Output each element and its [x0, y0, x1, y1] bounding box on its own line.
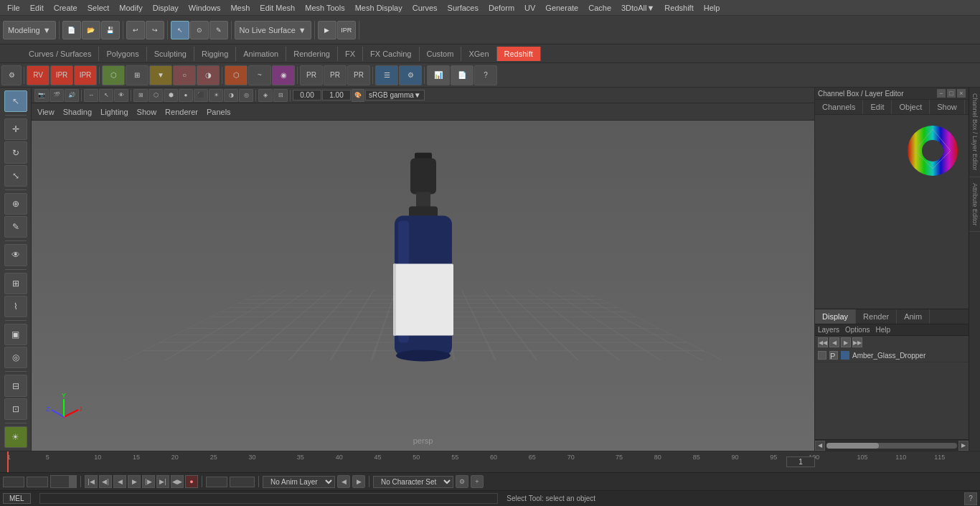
- grid-size-tool[interactable]: ⊟: [4, 375, 27, 396]
- play-forward-btn[interactable]: ▶: [128, 475, 141, 488]
- step-back-btn[interactable]: ◀|: [99, 475, 112, 488]
- step-forward-btn[interactable]: |▶: [142, 475, 155, 488]
- menu-create[interactable]: Create: [50, 2, 82, 14]
- mesh-icon4[interactable]: ○: [173, 65, 196, 85]
- menu-mesh[interactable]: Mesh: [226, 2, 254, 14]
- command-input[interactable]: [39, 493, 499, 504]
- vp-view-btn[interactable]: 👁: [114, 89, 128, 102]
- channel-box-tab-vertical[interactable]: Channel Box / Layer Editor: [969, 88, 980, 177]
- menu-edit[interactable]: Edit: [26, 2, 48, 14]
- no-anim-layer-dropdown[interactable]: No Anim Layer: [263, 476, 335, 488]
- redshift-icon2[interactable]: ~: [248, 65, 271, 85]
- cb-minimize-btn[interactable]: −: [937, 89, 946, 98]
- redshift-rv-btn[interactable]: RV: [27, 65, 50, 85]
- max-end-input[interactable]: 200: [230, 477, 255, 487]
- mesh-icon5[interactable]: ◑: [197, 65, 220, 85]
- skip-to-start-btn[interactable]: |◀: [85, 475, 98, 488]
- current-frame-input[interactable]: [786, 456, 815, 467]
- soft-select-tool[interactable]: ⊕: [4, 193, 27, 215]
- mesh-icon1[interactable]: ⬡: [102, 65, 125, 85]
- show-tab[interactable]: Show: [930, 100, 965, 114]
- char-set-settings-btn[interactable]: ⚙: [456, 475, 468, 488]
- shading-menu[interactable]: Shading: [63, 108, 92, 116]
- display-tab[interactable]: Display: [815, 309, 856, 324]
- menu-cache[interactable]: Cache: [584, 2, 616, 14]
- render-region-tool[interactable]: ▣: [4, 324, 27, 345]
- color-space-icon[interactable]: 🎨: [352, 89, 364, 102]
- tab-xgen[interactable]: XGen: [461, 47, 496, 61]
- redshift-ipr-btn[interactable]: IPR: [50, 65, 73, 85]
- scroll-track[interactable]: [826, 443, 957, 449]
- scripting-mode-btn[interactable]: MEL: [3, 493, 31, 504]
- redshift-icon1[interactable]: ⬡: [225, 65, 248, 85]
- undo-btn[interactable]: ↩: [126, 21, 145, 39]
- paint-tool[interactable]: ✎: [4, 216, 27, 238]
- pr-icon1[interactable]: PR: [300, 65, 323, 85]
- scroll-thumb[interactable]: [826, 443, 879, 449]
- render-btn[interactable]: ▶: [318, 21, 336, 39]
- rs-icon3[interactable]: 📊: [427, 65, 450, 85]
- tab-redshift[interactable]: Redshift: [497, 47, 541, 61]
- vp-shaded-btn[interactable]: ●: [179, 89, 193, 102]
- render-tab[interactable]: Render: [856, 309, 897, 324]
- menu-display[interactable]: Display: [149, 2, 183, 14]
- options-submenu-item[interactable]: Options: [845, 326, 870, 334]
- save-file-btn[interactable]: 💾: [101, 21, 120, 39]
- menu-redshift[interactable]: Redshift: [660, 2, 697, 14]
- rs-icon2[interactable]: ⚙: [399, 65, 422, 85]
- vp-sel-btn[interactable]: ↖: [99, 89, 113, 102]
- redo-btn[interactable]: ↪: [146, 21, 164, 39]
- redshift-ipr2-btn[interactable]: IPR: [74, 65, 97, 85]
- no-char-set-dropdown[interactable]: No Character Set: [373, 476, 453, 488]
- select-tool-btn[interactable]: ↖: [171, 21, 189, 39]
- tab-sculpting[interactable]: Sculpting: [147, 47, 194, 61]
- anim-layer-left-btn[interactable]: ◀: [337, 475, 350, 488]
- mesh-icon2[interactable]: ⊞: [126, 65, 149, 85]
- play-back-btn[interactable]: ◀: [113, 475, 126, 488]
- layer-arrow-left[interactable]: ◀: [829, 337, 839, 347]
- snap-grid-tool[interactable]: ⊞: [4, 273, 27, 294]
- color-space-dropdown[interactable]: sRGB gamma▼: [365, 90, 425, 100]
- mesh-icon3[interactable]: ▼: [149, 65, 172, 85]
- help-btn[interactable]: ?: [964, 492, 977, 505]
- tab-rigging[interactable]: Rigging: [194, 47, 236, 61]
- vp-light-btn[interactable]: ☀: [209, 89, 223, 102]
- menu-mesh-tools[interactable]: Mesh Tools: [301, 2, 349, 14]
- frame-input[interactable]: 1: [27, 477, 48, 487]
- live-surface-dropdown[interactable]: No Live Surface ▼: [235, 21, 311, 39]
- rs-help-btn[interactable]: ?: [474, 65, 497, 85]
- rotation-value[interactable]: 0.00: [293, 90, 321, 100]
- workspace-dropdown[interactable]: Modeling ▼: [3, 21, 56, 39]
- range-end-input[interactable]: 120: [51, 478, 69, 486]
- xray-tool[interactable]: ◎: [4, 347, 27, 368]
- menu-file[interactable]: File: [3, 2, 24, 14]
- menu-generate[interactable]: Generate: [541, 2, 583, 14]
- vp-shadow-btn[interactable]: ◑: [224, 89, 238, 102]
- tab-fx[interactable]: FX: [338, 47, 363, 61]
- tab-curves-surfaces[interactable]: Curves / Surfaces: [22, 47, 99, 61]
- scroll-left-btn[interactable]: ◀: [815, 441, 825, 451]
- lighting-menu[interactable]: Lighting: [100, 108, 128, 116]
- tab-polygons[interactable]: Polygons: [99, 47, 146, 61]
- pr-icon2[interactable]: PR: [324, 65, 347, 85]
- move-tool[interactable]: ✛: [4, 118, 27, 140]
- pr-icon3[interactable]: PR: [347, 65, 370, 85]
- tab-rendering[interactable]: Rendering: [286, 47, 338, 61]
- range-max-input[interactable]: 120: [206, 477, 227, 487]
- skip-to-end-btn[interactable]: ▶|: [156, 475, 169, 488]
- loop-btn[interactable]: ◀▶: [171, 475, 184, 488]
- range-start-input[interactable]: 1: [3, 477, 24, 487]
- vp-xray-btn[interactable]: ◎: [239, 89, 253, 102]
- paint-select-btn[interactable]: ✎: [209, 21, 228, 39]
- menu-mesh-display[interactable]: Mesh Display: [351, 2, 407, 14]
- tab-fx-caching[interactable]: FX Caching: [363, 47, 419, 61]
- layer-p-toggle[interactable]: P: [829, 351, 838, 360]
- renderer-menu[interactable]: Renderer: [165, 108, 198, 116]
- new-file-btn[interactable]: 📄: [62, 21, 81, 39]
- rs-icon1[interactable]: ☰: [375, 65, 398, 85]
- select-tool[interactable]: ↖: [4, 90, 27, 112]
- scale-tool[interactable]: ⤡: [4, 165, 27, 187]
- menu-help[interactable]: Help: [699, 2, 725, 14]
- cb-close-btn[interactable]: ×: [957, 89, 966, 98]
- rotate-tool[interactable]: ↻: [4, 141, 27, 163]
